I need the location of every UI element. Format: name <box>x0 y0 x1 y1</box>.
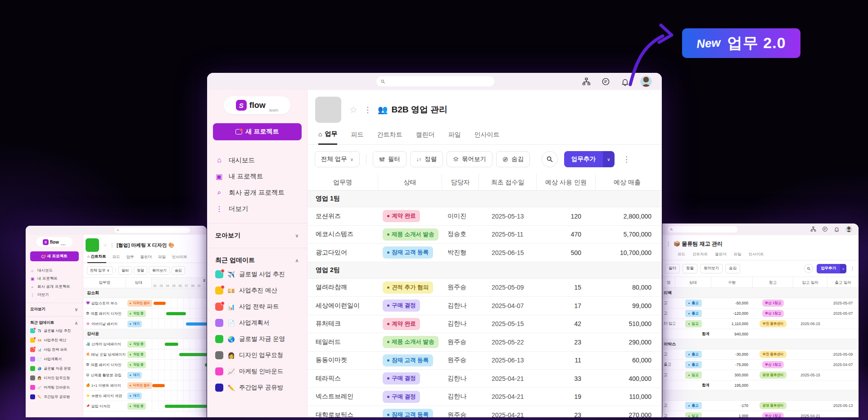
tab-tasks[interactable]: 업무 <box>127 255 134 263</box>
filter-button[interactable]: 필터 <box>665 264 680 273</box>
tab-files[interactable]: 파일 <box>158 255 166 263</box>
project-item[interactable]: 🌏글로벌 자금 운영 <box>215 331 299 347</box>
search-input[interactable] <box>376 76 494 86</box>
project-item[interactable]: 📊사업 전략 파트 <box>215 299 299 315</box>
search-button[interactable] <box>804 264 813 273</box>
sort-button[interactable]: 정렬 <box>683 264 697 273</box>
scope-dropdown[interactable]: 전체 업무 ∨ <box>315 151 360 167</box>
gantt-row[interactable]: 📌팝업 디자인 작업 중 <box>83 401 207 411</box>
flow-logo[interactable]: S flow .team <box>224 96 290 114</box>
favorite-star-icon[interactable]: ☆ <box>103 242 108 248</box>
gantt-row[interactable]: 🔥태닝 오일 상세페이지 작업 중 <box>83 349 207 360</box>
gantt-bar[interactable] <box>152 384 165 387</box>
org-chart-icon[interactable] <box>582 77 591 86</box>
project-item[interactable]: 📄사업계획서 <box>215 315 299 331</box>
org-chart-icon[interactable] <box>810 226 816 232</box>
project-item[interactable]: ✏️주간업무 공유방 <box>215 380 299 396</box>
tab-insight[interactable]: 인사이트 <box>474 131 499 144</box>
table-row[interactable]: 고 출고 -170 광명 물류센터 2025-06-13 <box>662 401 859 411</box>
avatar[interactable] <box>640 76 652 87</box>
gantt-bar[interactable] <box>165 405 207 408</box>
gantt-bar[interactable] <box>166 312 186 315</box>
sidebar-item-my-projects[interactable]: ▣내 프로젝트 <box>30 275 78 283</box>
table-row[interactable]: 광고다있어 잠재 고객 등록 박진형 2025-06-15 500 10,700… <box>307 244 662 262</box>
project-item[interactable]: 💴사업추진 예산 <box>215 282 299 299</box>
filter-button[interactable]: 필터 <box>118 266 132 275</box>
table-row[interactable]: 모션위즈 계약 완료 이미진 2025-05-13 120 2,800,000 <box>307 207 662 226</box>
table-row[interactable]: 고 출고 -30,000 부천 물류센터 2025-05-09 <box>662 349 859 360</box>
new-project-button[interactable]: 새 프로젝트 <box>30 251 79 261</box>
sidebar-item-public-projects[interactable]: ⌕회사 공개 프로젝트 <box>30 283 78 291</box>
tab-gantt[interactable]: ⌂ 간트차트 <box>87 254 106 263</box>
table-row[interactable]: 대학로보틱스 잠재 고객 등록 원주승 2025-04-21 23 270,00… <box>307 406 662 417</box>
tab-files[interactable]: 파일 <box>448 131 461 144</box>
table-row[interactable]: 넥스트브레인 구매 결정 김한나 2025-04-21 19 110,000 <box>307 388 662 407</box>
sidebar-item-more[interactable]: ⋮더보기 <box>215 201 299 217</box>
project-item[interactable]: 👩디자인 업무요청 <box>215 347 299 363</box>
table-row[interactable]: 동동이마켓 잠재 고객 등록 원주승 2025-06-13 11 60,000 <box>307 352 662 370</box>
project-item[interactable]: 📈마케팅 인바운드 <box>215 363 299 380</box>
favorite-star-icon[interactable]: ☆ <box>349 104 357 115</box>
table-row[interactable]: 테라픽스 구매 결정 김한나 2025-04-21 33 400,000 <box>307 370 662 388</box>
group-by-button[interactable]: 묶어보기 <box>700 264 723 273</box>
bell-icon[interactable] <box>621 77 629 86</box>
tab-gantt[interactable]: 간트차트 <box>692 252 708 260</box>
sidebar-item-dashboard[interactable]: ⌂대시보드 <box>215 152 299 168</box>
gantt-row[interactable]: 💜팝업스토어 부스 디자인 검수 <box>83 298 207 308</box>
hide-button[interactable]: 숨김 <box>725 264 740 273</box>
tab-calendar[interactable]: 캘린더 <box>715 252 727 260</box>
tab-insight[interactable]: 인사이트 <box>749 252 764 260</box>
more-dots-icon[interactable]: ⋮ <box>362 105 373 115</box>
table-row[interactable]: 출고 출고 -75,000 부산 1창고 2025-04-07 <box>662 360 859 370</box>
table-row[interactable]: 에코시스템즈 제품 소개서 발송 정승호 2025-05-11 470 5,70… <box>307 226 662 244</box>
gantt-row[interactable]: 😎여름 패키지 디자인 작업 중 <box>83 360 207 370</box>
project-thumbnail[interactable] <box>315 97 341 123</box>
hide-button[interactable]: 숨김 <box>496 151 530 167</box>
gantt-row[interactable]: 😎여름 패키지 디자인 작업 중 <box>83 308 207 319</box>
project-item[interactable]: 🌏글로벌 자금 운영 <box>30 364 78 373</box>
flow-logo[interactable]: S flow .team <box>36 237 72 247</box>
table-row[interactable]: 터 입고 입고 1,110,000 부천 물류센터 2025-06-15 <box>662 319 859 329</box>
group-by-button[interactable]: 묶어보기 <box>149 266 170 275</box>
scope-dropdown[interactable]: 전체 업무 ∨ <box>87 266 113 275</box>
table-row[interactable]: 세상에이런일이 구매 결정 김한나 2025-04-07 17 99,000 <box>307 297 662 315</box>
sidebar-item-dashboard[interactable]: ⌂대시보드 <box>30 267 78 275</box>
project-item[interactable]: 📄사업계획서 <box>30 354 78 364</box>
tab-feed[interactable]: 피드 <box>678 252 685 260</box>
table-row[interactable]: 고 입고 300,000 광명 물류센터 2025-05-15 <box>662 370 859 380</box>
table-row[interactable]: 열려라참깨 견적 추가 협의 원주승 2025-05-09 15 80,000 <box>307 279 662 297</box>
sort-button[interactable]: 정렬 <box>134 266 147 275</box>
gantt-bar[interactable] <box>205 363 207 366</box>
gantt-bar[interactable] <box>179 353 207 356</box>
project-item[interactable]: 📈마케팅 인바운드 <box>30 383 78 392</box>
chat-icon[interactable] <box>822 226 828 232</box>
chat-icon[interactable] <box>601 77 610 86</box>
recent-updates-toggle[interactable]: 최근 업데이트∧ <box>30 320 78 326</box>
search-input[interactable] <box>114 228 190 233</box>
project-item[interactable]: 👩디자인 업무요청 <box>30 373 78 383</box>
gantt-row[interactable]: 🍊1+1 이벤트 페이지 디자인 검수 <box>83 380 207 391</box>
table-row[interactable]: 고 출고 -120,000 부산 1창고 2025-05-07 <box>662 308 859 319</box>
tab-feed[interactable]: 피드 <box>351 131 363 144</box>
project-item[interactable]: 💴사업추진 예산 <box>30 335 78 345</box>
gantt-row[interactable]: ⭐브랜드 페이지 개편 대기 <box>83 391 207 401</box>
gantt-bar[interactable] <box>154 302 166 305</box>
tab-files[interactable]: 파일 <box>734 252 741 260</box>
more-dots-icon[interactable]: ⋮ <box>110 243 114 248</box>
gantt-row[interactable]: 🏄선케어 상세페이지 작업 중 <box>83 339 207 349</box>
more-dots-icon[interactable]: ⋮ <box>850 266 855 272</box>
collections-toggle[interactable]: 모아보기∨ <box>215 230 299 241</box>
sidebar-item-public-projects[interactable]: ⌕회사 공개 프로젝트 <box>215 184 299 201</box>
sidebar-item-my-projects[interactable]: ▣내 프로젝트 <box>215 168 299 184</box>
recent-updates-toggle[interactable]: 최근 업데이트∧ <box>215 255 299 266</box>
table-row[interactable]: 테일러드 제품 소개서 발송 원주승 2025-05-22 23 290,000 <box>307 333 662 352</box>
gantt-bar[interactable] <box>165 343 178 346</box>
table-row[interactable]: 고 출고 -50,000 부산 1창고 2025-05-07 <box>662 298 859 308</box>
add-task-button[interactable]: 업무추가 ∨ <box>564 151 615 167</box>
project-item[interactable]: ✏️주간업무 공유방 <box>30 392 78 402</box>
hide-button[interactable]: 숨김 <box>172 266 185 275</box>
project-item[interactable]: ✈️글로벌 사업 추진 <box>215 266 299 282</box>
tab-feed[interactable]: 피드 <box>113 255 120 263</box>
project-item[interactable]: 📊사업 전략 파트 <box>30 345 78 354</box>
search-button[interactable] <box>542 151 558 167</box>
